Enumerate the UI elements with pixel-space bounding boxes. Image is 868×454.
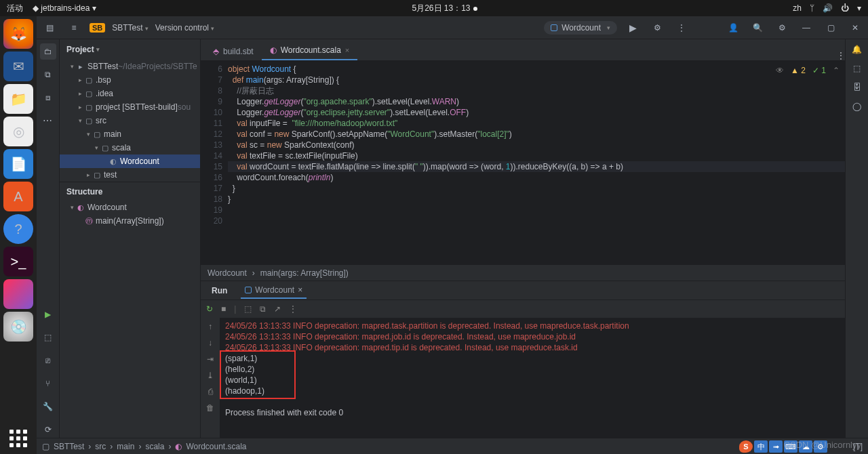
nav-breadcrumbs[interactable]: ▢SBTTest› src› main› scala› ◐Wordcount.s… xyxy=(42,442,247,451)
dock-intellij[interactable] xyxy=(3,279,33,309)
bookmarks-tool-icon[interactable]: ⧈ xyxy=(40,89,56,106)
right-tool-stripe: 🔔 ⬚ 🗄 ◯ xyxy=(845,39,868,438)
soft-wrap-icon[interactable]: ⇥ xyxy=(207,354,214,364)
run-config-selector[interactable]: Wordcount▾ xyxy=(544,21,617,35)
dock-software[interactable]: A xyxy=(3,182,33,211)
system-menu-caret[interactable]: ▾ xyxy=(857,3,861,13)
run-config-tab[interactable]: Wordcount × xyxy=(241,283,307,299)
print-icon[interactable]: ⎙ xyxy=(208,387,213,396)
dock-libreoffice[interactable]: 📄 xyxy=(3,149,33,179)
code-editor[interactable]: 67891011121314151617181920 object Wordco… xyxy=(201,61,845,264)
tree-node[interactable]: ▾▢src xyxy=(60,114,200,127)
run-button[interactable]: ▶ xyxy=(624,19,642,37)
ime-toolbar[interactable]: S 中 ➟ ⌨ ☁ ⚙ xyxy=(739,439,827,454)
dock-terminal[interactable]: >_ xyxy=(3,247,33,276)
terminal-tool-icon[interactable]: ⎚ xyxy=(40,352,56,369)
hamburger-icon[interactable]: ≡ xyxy=(65,19,83,37)
minimize-icon[interactable]: — xyxy=(797,19,815,37)
editor-tab[interactable]: ⬘build.sbt xyxy=(205,43,262,60)
close-icon[interactable]: ✕ xyxy=(846,19,864,37)
debug-tool-icon[interactable]: ⬚ xyxy=(40,329,56,346)
more-actions-icon[interactable]: ⋮ xyxy=(673,19,690,37)
editor-tabs: ⬘build.sbt◐Wordcount.scala× ⋮ xyxy=(201,39,845,61)
network-icon[interactable]: ᛘ xyxy=(810,3,814,13)
tree-node[interactable]: ▸▢.bsp xyxy=(60,73,200,87)
build-tool-icon[interactable]: 🔧 xyxy=(40,398,56,415)
lang-indicator[interactable]: zh xyxy=(793,3,802,13)
tree-node[interactable]: ▸▢.idea xyxy=(60,87,200,100)
layout-icon[interactable]: ⬚ xyxy=(244,304,252,314)
editor-inspections[interactable]: 👁 ▲ 2 ✓ 1 ⌃ xyxy=(776,65,840,76)
ime-settings[interactable]: ⚙ xyxy=(814,440,827,453)
code-with-me-icon[interactable]: 👤 xyxy=(724,19,742,37)
sbt-tool-icon[interactable]: ⟳ xyxy=(40,421,56,438)
tree-node[interactable]: ▸▢test xyxy=(60,168,200,182)
dock-show-apps[interactable] xyxy=(9,430,27,447)
scroll-end-icon[interactable]: ⤓ xyxy=(207,371,214,380)
ai-assistant-icon[interactable]: ⬚ xyxy=(853,64,861,73)
maximize-icon[interactable]: ▢ xyxy=(822,19,840,37)
rerun-icon[interactable]: ↻ xyxy=(206,304,213,314)
project-panel-title: Project xyxy=(66,45,94,54)
sbt-shell-icon[interactable]: ◯ xyxy=(852,102,861,111)
dock-disc[interactable]: 💿 xyxy=(3,312,33,342)
clear-icon[interactable]: 🗑 xyxy=(206,403,214,413)
dock-help[interactable]: ? xyxy=(3,214,33,244)
close-tab-icon[interactable]: × xyxy=(345,46,349,54)
tree-node[interactable]: ▸▢project [SBTTest-build] sou xyxy=(60,100,200,114)
inspection-caret[interactable]: ⌃ xyxy=(833,65,840,76)
search-everywhere-icon[interactable]: 🔍 xyxy=(749,19,766,37)
run-more-icon[interactable]: ⋮ xyxy=(289,304,297,314)
volume-icon[interactable]: 🔊 xyxy=(823,3,833,13)
power-icon[interactable]: ⏻ xyxy=(841,3,849,13)
editor-tab[interactable]: ◐Wordcount.scala× xyxy=(262,41,358,60)
status-right[interactable]: [T] xyxy=(853,442,863,451)
notifications-icon[interactable]: 🔔 xyxy=(852,45,862,54)
close-run-tab-icon[interactable]: × xyxy=(298,285,302,295)
project-tree[interactable]: ▾▸SBTTest ~/IdeaProjects/SBTTe▸▢.bsp▸▢.i… xyxy=(60,60,200,182)
project-selector[interactable]: SBTTest▾ xyxy=(112,23,148,33)
ime-kbd[interactable]: ⌨ xyxy=(784,440,797,453)
filter-icon[interactable]: ⧉ xyxy=(260,304,266,314)
structure-node[interactable]: ▾◐Wordcount xyxy=(60,201,200,214)
structure-tool-icon[interactable]: ⧉ xyxy=(40,66,56,83)
tabs-more-icon[interactable]: ⋮ xyxy=(837,51,845,60)
console-output[interactable]: 24/05/26 13:13:33 INFO deprecation: mapr… xyxy=(220,318,845,438)
dock-files[interactable]: 📁 xyxy=(3,84,33,114)
tree-node[interactable]: ▾▸SBTTest ~/IdeaProjects/SBTTe xyxy=(60,60,200,73)
app-menu[interactable]: ◆ jetbrains-idea ▾ xyxy=(33,3,96,13)
vcs-selector[interactable]: Version control▾ xyxy=(155,23,214,33)
project-badge: SB xyxy=(90,23,105,33)
reader-mode-icon[interactable]: 👁 xyxy=(776,65,784,76)
dock-thunderbird[interactable]: ✉ xyxy=(3,51,33,81)
ime-cn[interactable]: 中 xyxy=(754,440,768,453)
ime-arrow[interactable]: ➟ xyxy=(769,440,783,453)
down-icon[interactable]: ↓ xyxy=(208,338,212,348)
vcs-tool-icon[interactable]: ⑂ xyxy=(40,375,56,392)
editor-breadcrumbs[interactable]: Wordcount›main(args: Array[String]) xyxy=(201,264,845,281)
activities-label[interactable]: 活动 xyxy=(7,3,23,14)
project-tool-icon[interactable]: 🗀 xyxy=(40,43,56,60)
tree-node[interactable]: ▾▢scala xyxy=(60,141,200,154)
stop-icon[interactable]: ■ xyxy=(221,304,226,314)
export-icon[interactable]: ↗ xyxy=(274,304,281,314)
run-tool-icon[interactable]: ▶ xyxy=(40,306,56,323)
structure-tree[interactable]: ▾◐Wordcountⓜmain(Array[String]) xyxy=(60,201,200,228)
main-menu-icon[interactable]: ▤ xyxy=(41,19,58,37)
dock-rhythmbox[interactable]: ◎ xyxy=(3,117,33,146)
dock-firefox[interactable]: 🦊 xyxy=(3,19,33,49)
more-tools-icon[interactable]: ⋯ xyxy=(40,112,56,129)
run-toolbar: ↻ ■ | ⬚ ⧉ ↗ ⋮ xyxy=(201,300,845,318)
structure-node[interactable]: ⓜmain(Array[String]) xyxy=(60,214,200,228)
debug-button[interactable]: ⚙ xyxy=(648,19,666,37)
warnings-badge[interactable]: ▲ 2 xyxy=(791,65,806,76)
settings-icon[interactable]: ⚙ xyxy=(773,19,791,37)
tree-node[interactable]: ◐Wordcount xyxy=(60,154,200,168)
ime-cloud[interactable]: ☁ xyxy=(799,440,812,453)
ok-badge[interactable]: ✓ 1 xyxy=(812,65,826,76)
console-line: (hadoop,1) xyxy=(225,386,840,396)
tree-node[interactable]: ▾▢main xyxy=(60,127,200,141)
ime-sogou-icon[interactable]: S xyxy=(739,440,753,453)
database-icon[interactable]: 🗄 xyxy=(853,83,861,92)
up-icon[interactable]: ↑ xyxy=(208,322,212,331)
